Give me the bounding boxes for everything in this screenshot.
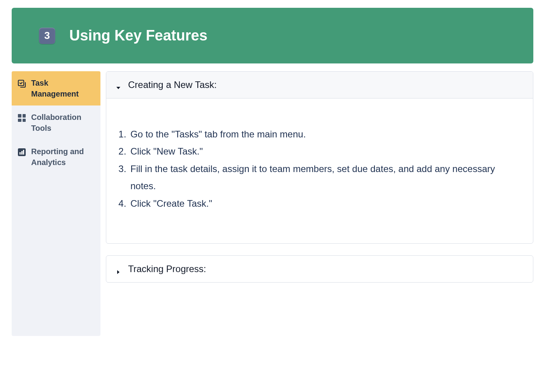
accordion-title: Tracking Progress: [128, 264, 206, 274]
section-title: Using Key Features [69, 27, 207, 44]
step-item: Go to the "Tasks" tab from the main menu… [129, 126, 521, 143]
squares-icon [17, 113, 26, 123]
chevron-right-icon [116, 266, 121, 272]
sidebar-item-label: Collaboration Tools [31, 112, 95, 134]
section-banner: 3 Using Key Features [12, 8, 533, 63]
chevron-down-icon [116, 82, 121, 88]
sidebar-item-label: Task Management [31, 77, 95, 99]
accordion-title: Creating a New Task: [128, 79, 217, 90]
sidebar-item-task-management[interactable]: Task Management [12, 71, 100, 105]
accordion-body: Go to the "Tasks" tab from the main menu… [106, 98, 533, 243]
task-check-icon [17, 79, 26, 88]
main-content: Creating a New Task: Go to the "Tasks" t… [106, 71, 533, 336]
sidebar-nav: Task Management Collaboration Tools Repo… [12, 71, 100, 336]
svg-rect-0 [18, 80, 24, 86]
chart-icon [17, 148, 26, 157]
step-item: Click "New Task." [129, 143, 521, 160]
section-number-badge: 3 [39, 28, 55, 44]
sidebar-item-label: Reporting and Analytics [31, 146, 95, 168]
accordion-header[interactable]: Creating a New Task: [106, 72, 533, 98]
step-item: Click "Create Task." [129, 195, 521, 212]
section-number: 3 [44, 30, 50, 42]
step-item: Fill in the task details, assign it to t… [129, 160, 521, 195]
sidebar-item-reporting-analytics[interactable]: Reporting and Analytics [12, 140, 100, 174]
accordion-tracking-progress: Tracking Progress: [106, 255, 533, 283]
steps-list: Go to the "Tasks" tab from the main menu… [118, 126, 521, 212]
accordion-creating-new-task: Creating a New Task: Go to the "Tasks" t… [106, 71, 533, 244]
sidebar-item-collaboration-tools[interactable]: Collaboration Tools [12, 105, 100, 140]
accordion-header[interactable]: Tracking Progress: [106, 256, 533, 282]
